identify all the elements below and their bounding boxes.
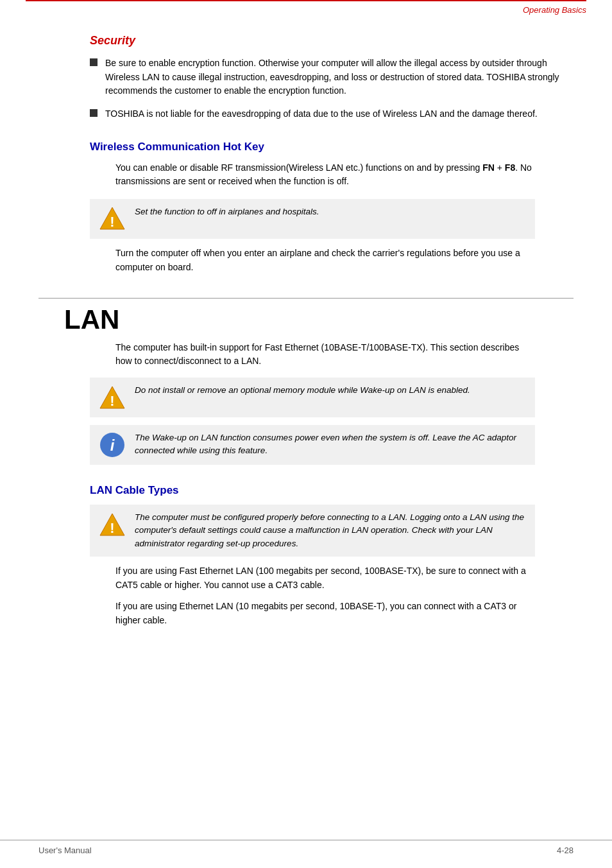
wireless-notice-box: ! Set the function to off in airplanes a… <box>90 199 535 239</box>
page: Operating Basics Security Be sure to ena… <box>0 0 612 868</box>
warning-triangle-svg-2: ! <box>99 384 126 411</box>
wireless-notice-text: Set the function to off in airplanes and… <box>135 205 319 218</box>
svg-text:!: ! <box>110 214 114 230</box>
lan-body: The computer has built-in support for Fa… <box>38 341 574 369</box>
section-lan-cable: LAN Cable Types ! The computer must be c… <box>38 484 574 628</box>
lan-warning-box-1: ! Do not install or remove an optional m… <box>90 378 535 417</box>
security-bullet-2: TOSHIBA is not liable for the eavesdropp… <box>90 107 574 121</box>
info-icon-1: i <box>99 431 126 458</box>
lan-cable-body-1: If you are using Fast Ethernet LAN (100 … <box>38 564 574 592</box>
bullet-icon-1 <box>90 58 98 66</box>
footer: User's Manual 4-28 <box>0 840 612 855</box>
footer-left: User's Manual <box>38 846 92 855</box>
section-lan: LAN The computer has built-in support fo… <box>38 298 574 465</box>
wireless-body: You can enable or disable RF transmissio… <box>38 161 574 189</box>
lan-info-box-1: i The Wake-up on LAN function consumes p… <box>90 425 535 465</box>
warning-triangle-svg-1: ! <box>99 205 126 232</box>
lan-cable-warning-box: ! The computer must be configured proper… <box>90 505 535 557</box>
security-bullet-text-2: TOSHIBA is not liable for the eavesdropp… <box>105 107 538 121</box>
info-circle-svg: i <box>99 431 126 458</box>
lan-info-text-1: The Wake-up on LAN function consumes pow… <box>135 431 526 458</box>
lan-warning-text-1: Do not install or remove an optional mem… <box>135 384 470 397</box>
warning-icon-3: ! <box>99 511 126 538</box>
fn-key: FN <box>482 162 495 173</box>
header-bar: Operating Basics <box>26 0 586 15</box>
wireless-notice-plain: Turn the computer off when you enter an … <box>38 247 574 274</box>
svg-text:!: ! <box>110 520 114 536</box>
lan-cable-title: LAN Cable Types <box>38 484 574 497</box>
footer-right: 4-28 <box>557 846 574 855</box>
warning-icon-1: ! <box>99 205 126 232</box>
security-title: Security <box>90 34 574 48</box>
lan-cable-warning-text: The computer must be configured properly… <box>135 511 526 550</box>
svg-text:!: ! <box>110 393 114 409</box>
content: Security Be sure to enable encryption fu… <box>0 15 612 674</box>
security-bullet-1: Be sure to enable encryption function. O… <box>90 56 574 98</box>
bullet-icon-2 <box>90 109 98 117</box>
warning-icon-2: ! <box>99 384 126 411</box>
wireless-title: Wireless Communication Hot Key <box>38 141 574 153</box>
security-bullet-list: Be sure to enable encryption function. O… <box>90 56 574 121</box>
warning-triangle-svg-3: ! <box>99 511 126 538</box>
lan-cable-body-2: If you are using Ethernet LAN (10 megabi… <box>38 600 574 627</box>
f8-key: F8 <box>505 162 515 173</box>
section-wireless: Wireless Communication Hot Key You can e… <box>38 141 574 275</box>
section-security: Security Be sure to enable encryption fu… <box>90 34 574 121</box>
header-title: Operating Basics <box>523 5 586 15</box>
lan-big-title: LAN <box>64 305 574 334</box>
security-bullet-text-1: Be sure to enable encryption function. O… <box>105 56 574 98</box>
